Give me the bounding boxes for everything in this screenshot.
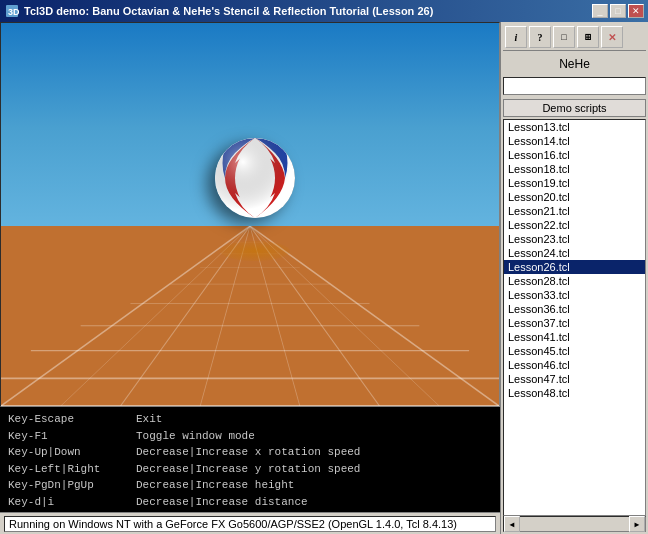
- search-area: [503, 77, 646, 95]
- info-button[interactable]: i: [505, 26, 527, 48]
- list-item[interactable]: Lesson20.tcl: [504, 190, 645, 204]
- list-item[interactable]: Lesson48.tcl: [504, 386, 645, 400]
- svg-text:3D: 3D: [8, 7, 19, 17]
- close-panel-button[interactable]: ✕: [601, 26, 623, 48]
- scripts-list[interactable]: Lesson13.tclLesson14.tclLesson16.tclLess…: [503, 119, 646, 516]
- key-binding-row: Key-d|iDecrease|Increase distance: [8, 494, 492, 511]
- list-item[interactable]: Lesson21.tcl: [504, 204, 645, 218]
- svg-point-21: [215, 138, 295, 218]
- key-label: Key-Up|Down: [8, 444, 128, 461]
- list-item[interactable]: Lesson24.tcl: [504, 246, 645, 260]
- key-label: Key-PgDn|PgUp: [8, 477, 128, 494]
- list-item[interactable]: Lesson16.tcl: [504, 148, 645, 162]
- key-action: Toggle window mode: [136, 428, 255, 445]
- list-item[interactable]: Lesson26.tcl: [504, 260, 645, 274]
- app-icon: 3D: [4, 3, 20, 19]
- list-item[interactable]: Lesson33.tcl: [504, 288, 645, 302]
- key-action: Decrease|Increase distance: [136, 494, 308, 511]
- key-info-area: Key-EscapeExitKey-F1Toggle window modeKe…: [0, 407, 500, 512]
- list-item[interactable]: Lesson13.tcl: [504, 120, 645, 134]
- list-item[interactable]: Lesson18.tcl: [504, 162, 645, 176]
- list-item[interactable]: Lesson37.tcl: [504, 316, 645, 330]
- title-bar-left: 3D Tcl3D demo: Banu Octavian & NeHe's St…: [4, 3, 433, 19]
- key-binding-row: Key-Left|RightDecrease|Increase y rotati…: [8, 461, 492, 478]
- key-binding-row: Key-PgDn|PgUpDecrease|Increase height: [8, 477, 492, 494]
- search-input[interactable]: [503, 77, 646, 95]
- right-panel: i ? □ ⊞ ✕ NeHe Demo scripts Lesson13.tcl…: [500, 22, 648, 534]
- list-item[interactable]: Lesson28.tcl: [504, 274, 645, 288]
- key-label: Key-Escape: [8, 411, 128, 428]
- minimize-button[interactable]: _: [592, 4, 608, 18]
- viewport[interactable]: [0, 22, 500, 407]
- status-text: Running on Windows NT with a GeForce FX …: [4, 516, 496, 532]
- key-action: Decrease|Increase height: [136, 477, 294, 494]
- status-bar: Running on Windows NT with a GeForce FX …: [0, 512, 500, 534]
- key-label: Key-F1: [8, 428, 128, 445]
- title-bar: 3D Tcl3D demo: Banu Octavian & NeHe's St…: [0, 0, 648, 22]
- key-label: Key-Left|Right: [8, 461, 128, 478]
- list-item[interactable]: Lesson23.tcl: [504, 232, 645, 246]
- list-item[interactable]: Lesson19.tcl: [504, 176, 645, 190]
- copy-button[interactable]: □: [553, 26, 575, 48]
- scroll-right-button[interactable]: ▶: [629, 516, 645, 532]
- list-item[interactable]: Lesson41.tcl: [504, 330, 645, 344]
- list-item[interactable]: Lesson45.tcl: [504, 344, 645, 358]
- window-title: Tcl3D demo: Banu Octavian & NeHe's Stenc…: [24, 5, 433, 17]
- key-action: Exit: [136, 411, 162, 428]
- scripts-label: Demo scripts: [503, 99, 646, 117]
- window-controls[interactable]: _ □ ✕: [592, 4, 644, 18]
- key-label: Key-d|i: [8, 494, 128, 511]
- ball-svg: [215, 138, 295, 218]
- horizontal-scrollbar[interactable]: ◀ ▶: [503, 516, 646, 532]
- left-panel: Key-EscapeExitKey-F1Toggle window modeKe…: [0, 22, 500, 534]
- key-action: Decrease|Increase y rotation speed: [136, 461, 360, 478]
- scroll-track: [520, 517, 629, 531]
- beach-ball: [215, 138, 295, 218]
- key-binding-row: Key-EscapeExit: [8, 411, 492, 428]
- scroll-left-button[interactable]: ◀: [504, 516, 520, 532]
- list-item[interactable]: Lesson36.tcl: [504, 302, 645, 316]
- help-button[interactable]: ?: [529, 26, 551, 48]
- key-action: Decrease|Increase x rotation speed: [136, 444, 360, 461]
- list-item[interactable]: Lesson14.tcl: [504, 134, 645, 148]
- list-item[interactable]: Lesson22.tcl: [504, 218, 645, 232]
- right-toolbar: i ? □ ⊞ ✕: [503, 24, 646, 51]
- maximize-button[interactable]: □: [610, 4, 626, 18]
- key-bindings: Key-EscapeExitKey-F1Toggle window modeKe…: [8, 411, 492, 512]
- list-item[interactable]: Lesson46.tcl: [504, 358, 645, 372]
- main-container: Key-EscapeExitKey-F1Toggle window modeKe…: [0, 22, 648, 534]
- nehe-label: NeHe: [503, 55, 646, 73]
- key-binding-row: Key-Up|DownDecrease|Increase x rotation …: [8, 444, 492, 461]
- key-binding-row: Key-F1Toggle window mode: [8, 428, 492, 445]
- list-item[interactable]: Lesson47.tcl: [504, 372, 645, 386]
- close-button[interactable]: ✕: [628, 4, 644, 18]
- grid-button[interactable]: ⊞: [577, 26, 599, 48]
